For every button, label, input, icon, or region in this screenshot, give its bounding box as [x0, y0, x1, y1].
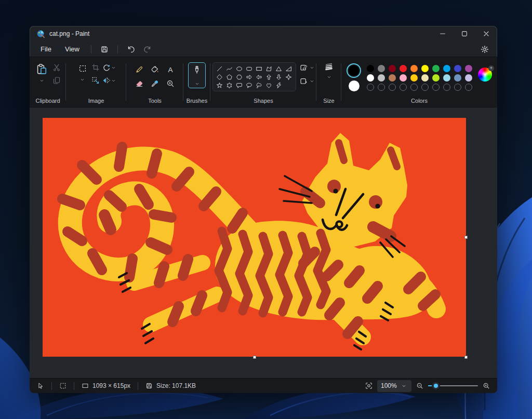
shape-curve[interactable] [225, 64, 234, 73]
paste-button[interactable] [35, 62, 48, 76]
palette-color-#00a2e8[interactable] [443, 65, 450, 72]
palette-empty-slot[interactable] [410, 84, 418, 91]
shape-polygon[interactable] [264, 64, 274, 73]
cut-button[interactable] [52, 63, 61, 72]
palette-color-#efe4b0[interactable] [421, 74, 429, 82]
shape-triangle[interactable] [274, 64, 284, 73]
palette-empty-slot[interactable] [443, 84, 450, 91]
text-tool[interactable]: A [166, 65, 175, 74]
palette-empty-slot[interactable] [389, 84, 396, 91]
select-button[interactable] [76, 62, 89, 75]
resize-handle-corner[interactable] [464, 356, 468, 359]
shape-right-triangle[interactable] [284, 64, 294, 73]
shape-arrow-down[interactable] [274, 73, 284, 81]
brushes-button[interactable] [188, 62, 206, 88]
shape-arrow-right[interactable] [245, 73, 254, 81]
shape-arrow-up[interactable] [264, 73, 274, 81]
palette-empty-slot[interactable] [400, 84, 407, 91]
shape-rounded-callout[interactable] [235, 81, 244, 89]
palette-color-#a349a4[interactable] [465, 65, 472, 72]
palette-empty-slot[interactable] [367, 84, 374, 91]
minimize-button[interactable] [432, 26, 454, 42]
resize-button[interactable] [91, 76, 100, 85]
save-button[interactable] [98, 44, 111, 55]
fill-tool[interactable] [151, 65, 159, 74]
chevron-down-icon[interactable] [309, 78, 315, 84]
palette-color-#fff200[interactable] [421, 65, 429, 72]
shape-five-point-star[interactable] [215, 81, 224, 89]
crop-button[interactable] [91, 63, 100, 72]
shape-lightning[interactable] [274, 81, 284, 89]
chevron-down-icon[interactable] [79, 77, 85, 83]
flip-button[interactable] [102, 76, 111, 85]
eraser-tool[interactable] [135, 79, 143, 88]
chevron-down-icon[interactable] [326, 74, 332, 80]
palette-color-#ffffff[interactable] [367, 74, 374, 82]
shape-six-point-star[interactable] [225, 81, 234, 89]
shape-oval[interactable] [235, 64, 244, 73]
resize-handle-bottom[interactable] [253, 356, 256, 359]
pencil-tool[interactable] [135, 65, 143, 74]
chevron-down-icon[interactable] [111, 78, 116, 84]
palette-color-#22b14c[interactable] [432, 65, 440, 72]
shape-four-point-star[interactable] [284, 73, 294, 81]
palette-empty-slot[interactable] [378, 84, 385, 91]
palette-color-#ff7f27[interactable] [410, 65, 418, 72]
zoom-dropdown[interactable]: 100% [377, 380, 411, 392]
view-menu[interactable]: View [58, 44, 86, 55]
copy-button[interactable] [52, 76, 61, 85]
palette-color-#ed1c24[interactable] [400, 65, 407, 72]
shape-rounded-rectangle[interactable] [245, 64, 254, 73]
resize-handle-right[interactable] [464, 236, 468, 239]
palette-color-#c3c3c3[interactable] [378, 74, 385, 82]
color2-swatch[interactable] [349, 80, 360, 91]
color-picker-tool[interactable] [151, 79, 159, 88]
palette-color-#ffc90e[interactable] [410, 74, 418, 82]
shape-rectangle[interactable] [255, 64, 264, 73]
zoom-out-button[interactable] [416, 382, 423, 389]
zoom-in-button[interactable] [483, 382, 490, 389]
palette-empty-slot[interactable] [454, 84, 461, 91]
palette-color-#3f48cc[interactable] [454, 65, 461, 72]
palette-color-#c8bfe7[interactable] [465, 74, 472, 82]
palette-color-#ffaec9[interactable] [400, 74, 407, 82]
redo-button[interactable] [141, 44, 154, 55]
shape-oval-callout[interactable] [245, 81, 254, 89]
palette-color-#b97a57[interactable] [389, 74, 396, 82]
title-bar[interactable]: cat.png - Paint [30, 26, 497, 42]
shape-fill-button[interactable] [300, 77, 308, 85]
size-button[interactable] [325, 62, 333, 71]
shape-diamond[interactable] [215, 73, 224, 81]
color1-swatch[interactable] [347, 63, 361, 78]
undo-button[interactable] [124, 44, 138, 55]
shape-outline-button[interactable] [300, 63, 308, 72]
shape-cloud-callout[interactable] [255, 81, 264, 89]
shape-line[interactable] [215, 64, 224, 73]
shape-heart[interactable] [264, 81, 274, 89]
zoom-slider[interactable] [428, 382, 478, 389]
chevron-down-icon[interactable] [309, 65, 315, 71]
palette-empty-slot[interactable] [421, 84, 429, 91]
zoom-slider-knob[interactable] [432, 382, 440, 389]
palette-color-#b5e61d[interactable] [432, 74, 440, 82]
palette-color-#7092be[interactable] [454, 74, 461, 82]
shape-pentagon[interactable] [225, 73, 234, 81]
shape-arrow-left[interactable] [255, 73, 264, 81]
file-menu[interactable]: File [34, 44, 58, 55]
rotate-button[interactable] [102, 63, 111, 72]
palette-empty-slot[interactable] [465, 84, 472, 91]
close-button[interactable] [475, 26, 497, 42]
maximize-button[interactable] [454, 26, 475, 42]
drawing-canvas[interactable] [43, 118, 466, 357]
palette-color-#99d9ea[interactable] [443, 74, 450, 82]
palette-color-#880015[interactable] [389, 65, 396, 72]
chevron-down-icon[interactable] [39, 78, 45, 84]
edit-colors-button[interactable]: + [478, 67, 492, 82]
settings-button[interactable] [478, 44, 491, 55]
palette-empty-slot[interactable] [432, 84, 440, 91]
magnifier-tool[interactable] [166, 79, 175, 88]
fit-screen-button[interactable] [365, 382, 373, 389]
palette-color-#7f7f7f[interactable] [378, 65, 385, 72]
chevron-down-icon[interactable] [111, 65, 116, 71]
shape-hexagon[interactable] [235, 73, 244, 81]
